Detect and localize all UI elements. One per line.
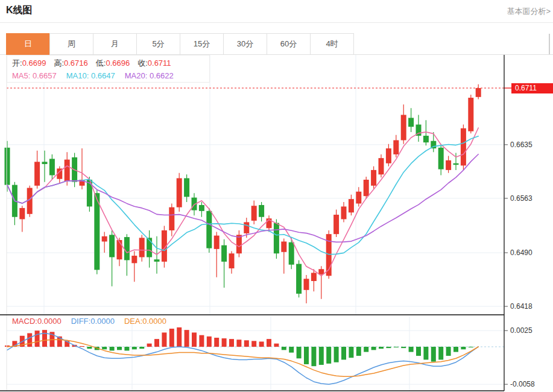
- open-value: 0.6699: [22, 58, 46, 68]
- close-value: 0.6711: [148, 58, 171, 68]
- tab-4hour[interactable]: 4时: [310, 33, 354, 55]
- tab-60min[interactable]: 60分: [267, 33, 311, 55]
- interval-tabstrip: 日 周 月 5分 15分 30分 60分 4时: [6, 33, 354, 55]
- price-tick-label: 0.6563: [510, 194, 532, 203]
- high-value: 0.6716: [64, 58, 88, 68]
- high-label: 高:: [54, 58, 64, 68]
- tab-daily[interactable]: 日: [6, 33, 50, 55]
- price-tick-label: 0.6635: [510, 140, 532, 150]
- price-tick-label: 0.6418: [510, 302, 532, 311]
- low-value: 0.6696: [106, 58, 130, 68]
- tab-monthly[interactable]: 月: [93, 33, 137, 55]
- ma5-value: MA5: 0.6657: [12, 71, 57, 80]
- kline-chart[interactable]: [0, 55, 553, 392]
- tab-5min[interactable]: 5分: [136, 33, 180, 55]
- macd-legend: MACD:0.0000DIFF:0.0000DEA:0.0000: [12, 317, 166, 326]
- page-title: K线图: [6, 4, 33, 17]
- ma-row: MA5: 0.6657MA10: 0.6647MA20: 0.6622: [12, 69, 209, 82]
- macd-tick-label: -0.0058: [510, 379, 535, 389]
- ma20-value: MA20: 0.6622: [125, 71, 174, 80]
- tab-30min[interactable]: 30分: [223, 33, 267, 55]
- ma10-value: MA10: 0.6647: [66, 71, 115, 80]
- tab-15min[interactable]: 15分: [180, 33, 224, 55]
- fundamental-analysis-link[interactable]: 基本面分析>: [507, 6, 551, 17]
- tab-weekly[interactable]: 周: [49, 33, 93, 55]
- macd-tick-label: 0.0025: [510, 326, 532, 335]
- open-label: 开:: [12, 58, 22, 68]
- ohlc-info-box: 开:0.6699高:0.6716低:0.6696收:0.6711 MA5: 0.…: [7, 55, 210, 83]
- price-tick-label: 0.6490: [510, 248, 532, 258]
- tabstrip-right-edge: [549, 34, 550, 54]
- current-price-badge: 0.6711: [511, 83, 553, 93]
- close-label: 收:: [137, 58, 148, 68]
- macd-value: MACD:0.0000: [12, 317, 62, 326]
- diff-value: DIFF:0.0000: [71, 317, 115, 326]
- ohlc-row: 开:0.6699高:0.6716低:0.6696收:0.6711: [12, 57, 209, 69]
- title-divider: [0, 22, 553, 23]
- kline-widget: K线图 基本面分析> 日 周 月 5分 15分 30分 60分 4时 开:0.6…: [0, 0, 553, 392]
- low-label: 低:: [96, 58, 106, 68]
- dea-value: DEA:0.0000: [124, 317, 166, 326]
